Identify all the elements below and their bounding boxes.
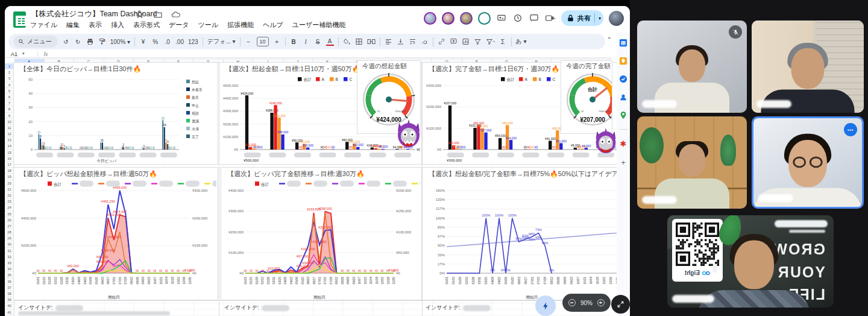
expand-button[interactable]	[611, 295, 630, 314]
row-header-16[interactable]: 16	[5, 156, 14, 162]
decrease-decimal-button[interactable]: .0	[163, 39, 171, 45]
share-button[interactable]: 共有 ▾	[561, 10, 603, 26]
row-header-19[interactable]: 19	[5, 174, 14, 180]
name-box[interactable]: A1 ▾	[5, 51, 37, 57]
bold-button[interactable]: B	[290, 39, 298, 45]
chart-panel-rate-trend[interactable]: 【週次】想起金額/完了金額率→目標75%🔥50%以下はアイデア止ま 0%17%3…	[422, 167, 625, 300]
insert-comment-button[interactable]	[450, 38, 458, 45]
contacts-icon[interactable]	[619, 93, 627, 101]
menu-item-6[interactable]: ツール	[198, 21, 219, 30]
row-header-25[interactable]: 25	[5, 211, 14, 217]
zoom-out-icon[interactable]	[568, 299, 576, 306]
print-button[interactable]	[86, 38, 94, 45]
row-header-7[interactable]: 7	[5, 100, 14, 106]
row-header-36[interactable]: 36	[5, 279, 14, 285]
increase-decimal-button[interactable]: .00	[175, 39, 184, 45]
row-header-1[interactable]: 1	[5, 63, 14, 69]
share-dropdown-icon[interactable]: ▾	[599, 16, 601, 21]
menu-item-4[interactable]: 表示形式	[133, 21, 160, 30]
increase-font-button[interactable]: +	[273, 39, 281, 45]
redo-button[interactable]: ↻	[74, 39, 82, 45]
zoom-select[interactable]: 100% ▾	[110, 39, 130, 45]
row-header-2[interactable]: 2	[5, 69, 14, 75]
participant-tile-2[interactable]	[752, 21, 864, 113]
row-header-3[interactable]: 3	[5, 75, 14, 81]
row-header-33[interactable]: 33	[5, 260, 14, 266]
vertical-align-button[interactable]	[397, 38, 404, 45]
horizontal-align-button[interactable]	[385, 38, 392, 45]
format-currency-button[interactable]: ¥	[139, 39, 147, 45]
participant-tile-1[interactable]	[637, 21, 747, 113]
row-header-5[interactable]: 5	[5, 88, 14, 94]
row-header-40[interactable]: 40	[5, 303, 14, 309]
italic-button[interactable]: I	[302, 39, 310, 45]
menu-item-5[interactable]: データ	[169, 21, 189, 30]
zoom-in-icon[interactable]	[597, 299, 605, 306]
font-select[interactable]: デフォ... ▾	[207, 37, 236, 46]
row-header-4[interactable]: 4	[5, 82, 14, 88]
font-size-input[interactable]: 10	[257, 37, 269, 46]
gauge-panel-done[interactable]: 今週の完了金額 合計¥0¥300,000¥207,000	[561, 60, 612, 134]
row-header-41[interactable]: 41	[5, 309, 14, 315]
row-header-15[interactable]: 15	[5, 150, 14, 156]
text-color-button[interactable]: A	[326, 38, 334, 46]
add-addon-icon[interactable]: +	[621, 158, 626, 167]
search-menus[interactable]: メニュー	[13, 36, 58, 48]
menu-item-2[interactable]: 表示	[89, 21, 102, 30]
row-header-26[interactable]: 26	[5, 217, 14, 223]
row-header-27[interactable]: 27	[5, 223, 14, 229]
filter-button[interactable]	[474, 38, 482, 45]
comments-icon[interactable]	[529, 13, 539, 23]
functions-button[interactable]: Σ	[499, 39, 507, 45]
text-rotate-button[interactable]	[421, 38, 429, 45]
row-header-32[interactable]: 32	[5, 254, 14, 260]
row-header-8[interactable]: 8	[5, 106, 14, 112]
row-header-18[interactable]: 18	[5, 168, 14, 174]
row-header-20[interactable]: 20	[5, 180, 14, 186]
chart-panel-souki-trend[interactable]: 【週次】ビッパ想起金額推移→目標:週50万🔥 ¥0¥200,000¥400,00…	[13, 167, 218, 300]
filter-views-button[interactable]	[486, 38, 495, 45]
row-header-11[interactable]: 11	[5, 125, 14, 131]
borders-button[interactable]	[355, 38, 363, 45]
row-header-9[interactable]: 9	[5, 113, 14, 119]
star-icon[interactable]	[134, 10, 145, 19]
tile-more-menu-button[interactable]: ⋯	[844, 123, 857, 136]
chart-panel-done-trend[interactable]: 【週次】ビッパ完了金額推移→目標:週30万🔥 ¥0¥100,000¥200,00…	[221, 167, 422, 300]
insert-chart-button[interactable]	[462, 38, 470, 45]
tasks-icon[interactable]	[619, 75, 627, 83]
row-header-29[interactable]: 29	[5, 235, 14, 241]
calendar-icon[interactable]: 31	[619, 39, 627, 47]
meet-camera-icon[interactable]	[545, 13, 556, 23]
version-history-icon[interactable]	[512, 13, 523, 23]
row-header-30[interactable]: 30	[5, 241, 14, 247]
row-header-37[interactable]: 37	[5, 285, 14, 291]
move-folder-icon[interactable]	[153, 10, 163, 19]
row-header-14[interactable]: 14	[5, 143, 14, 149]
menu-item-7[interactable]: 拡張機能	[227, 21, 254, 30]
chart-panel-today-bippa[interactable]: 【全体】今日のビッパ→目標:1日30件🔥 0102030405011005002…	[13, 62, 218, 165]
row-header-39[interactable]: 39	[5, 297, 14, 303]
number-format-button[interactable]: 123	[188, 39, 198, 45]
row-header-24[interactable]: 24	[5, 204, 14, 210]
formula-input[interactable]: fx	[37, 51, 611, 57]
insert-link-button[interactable]	[438, 38, 445, 45]
sheets-logo-icon[interactable]	[13, 11, 26, 28]
collapse-toolbar-icon[interactable]: ⌃	[607, 36, 612, 43]
menu-item-8[interactable]: ヘルプ	[263, 21, 283, 30]
strikethrough-button[interactable]: S	[314, 39, 322, 45]
row-header-12[interactable]: 12	[5, 131, 14, 137]
present-to-meeting-icon[interactable]	[496, 13, 507, 23]
row-header-10[interactable]: 10	[5, 119, 14, 125]
row-header-22[interactable]: 22	[5, 192, 14, 198]
collaborator-avatar[interactable]	[442, 12, 454, 25]
participant-tile-3[interactable]	[637, 116, 747, 209]
fill-color-button[interactable]	[343, 38, 351, 45]
account-avatar[interactable]	[609, 11, 624, 26]
row-header-17[interactable]: 17	[5, 162, 14, 168]
row-header-23[interactable]: 23	[5, 198, 14, 204]
row-header-35[interactable]: 35	[5, 272, 14, 278]
row-header-38[interactable]: 38	[5, 291, 14, 297]
keep-icon[interactable]	[619, 57, 627, 65]
row-header-31[interactable]: 31	[5, 248, 14, 254]
screen-zoom-control[interactable]: 90%	[562, 294, 611, 312]
